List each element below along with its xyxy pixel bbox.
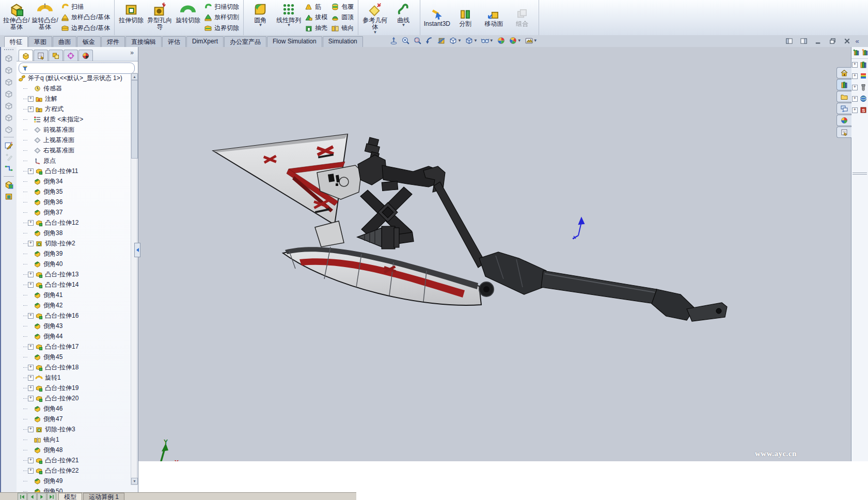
command-tab[interactable]: Simulation [323, 36, 363, 48]
dropdown-caret-icon[interactable]: ▼ [474, 39, 478, 42]
tree-item[interactable]: 前视基准面 [17, 124, 130, 135]
taskpane-splitter[interactable] [853, 173, 867, 175]
expand-toggle[interactable]: + [28, 168, 34, 174]
ribbon-button-linear-pattern[interactable]: 线性阵列▼ [275, 1, 303, 35]
dropdown-caret-icon[interactable]: ▼ [457, 39, 462, 42]
edit-sketch-button[interactable] [3, 139, 15, 151]
expand-toggle[interactable]: + [28, 344, 34, 350]
ribbon-button-draft[interactable]: 拔模 [305, 13, 327, 22]
command-tab[interactable]: 曲面 [53, 36, 76, 48]
tree-item[interactable]: 倒角37 [17, 207, 130, 217]
dock-right-button[interactable] [798, 37, 809, 45]
command-tab[interactable]: DimXpert [186, 36, 224, 48]
tree-item[interactable]: +凸台-拉伸13 [17, 269, 130, 279]
tree-item[interactable]: 材质 <未指定> [17, 114, 130, 124]
fm-property-tab[interactable] [34, 50, 48, 61]
ribbon-button-instant3d[interactable]: Instant3D [423, 1, 451, 35]
ribbon-button-extrude-cut[interactable]: 拉伸切除 [117, 1, 145, 35]
tp-design-library-tab[interactable] [837, 79, 851, 90]
command-tab[interactable]: 特征 [4, 36, 28, 48]
dropdown-caret-icon[interactable]: ▼ [401, 24, 405, 26]
ribbon-button-hole-wizard[interactable]: 异型孔向导 [146, 1, 173, 35]
expand-toggle[interactable]: + [852, 62, 858, 68]
expand-toggle[interactable]: + [852, 73, 858, 79]
taskpane-tree-item[interactable]: +S [851, 104, 868, 116]
expand-toggle[interactable]: + [28, 427, 34, 432]
ribbon-button-reference-geometry[interactable]: 参考几何体▼ [361, 1, 389, 35]
ribbon-button-rib[interactable]: 筋 [305, 3, 327, 11]
ribbon-button-boundary-boss[interactable]: 边界凸台/基体 [61, 24, 110, 33]
ribbon-button-split[interactable]: 分割 [451, 1, 479, 35]
dropdown-caret-icon[interactable]: ▼ [490, 39, 494, 42]
ribbon-button-shell[interactable]: 抽壳 [305, 24, 327, 33]
tree-item[interactable]: +凸台-拉伸21 [17, 455, 130, 465]
nav-last-button[interactable] [47, 493, 56, 500]
ribbon-button-move-face[interactable]: 移动面 [480, 1, 508, 35]
tree-item[interactable]: +Σ方程式 [17, 104, 130, 114]
tree-item[interactable]: +凸台-拉伸22 [17, 465, 130, 476]
tree-item[interactable]: 倒角48 [17, 445, 130, 455]
view-cube-button[interactable] [3, 112, 15, 123]
zoom-fit-button[interactable] [400, 36, 411, 45]
fm-config-tab[interactable] [49, 50, 63, 61]
tree-item[interactable]: +切除-拉伸3 [17, 424, 130, 434]
orientation-pin-button[interactable] [388, 36, 399, 45]
section-view-button[interactable] [436, 36, 447, 45]
tree-item[interactable]: 倒角50 [17, 486, 130, 492]
tree-item[interactable]: 传感器 [17, 83, 130, 93]
tree-item[interactable]: 倒角38 [17, 228, 130, 238]
taskpane-tree-item[interactable]: + [851, 82, 868, 93]
boss-extrude-color-button[interactable] [3, 178, 15, 190]
command-tab[interactable]: 办公室产品 [224, 36, 266, 48]
expand-toggle[interactable]: + [28, 313, 34, 319]
study-tab[interactable]: 模型 [58, 493, 82, 500]
tree-item[interactable]: 倒角49 [17, 476, 130, 486]
view-cube-button[interactable] [3, 76, 15, 88]
ribbon-button-mirror[interactable]: 镜向 [331, 24, 354, 33]
tree-item[interactable]: 倒角34 [17, 176, 130, 186]
tp-file-explorer-tab[interactable] [837, 91, 851, 102]
nav-first-button[interactable] [18, 493, 27, 500]
cut-extrude-color-button[interactable] [3, 190, 15, 202]
taskpane-collapse-button[interactable]: « [852, 37, 862, 46]
panel-splitter-handle[interactable] [134, 243, 140, 257]
tree-item[interactable]: +凸台-拉伸12 [17, 217, 130, 228]
dropdown-caret-icon[interactable]: ▼ [517, 39, 522, 42]
previous-view-button[interactable] [424, 36, 435, 45]
command-tab[interactable]: 评估 [162, 36, 186, 48]
tree-item[interactable]: 原点 [17, 155, 130, 166]
nav-next-button[interactable] [37, 493, 46, 500]
ribbon-button-revolve-boss[interactable]: 旋转凸台/基体 [31, 1, 59, 35]
dropdown-caret-icon[interactable]: ▼ [533, 39, 538, 42]
fm-feature-tab[interactable] [19, 50, 33, 61]
axe-model[interactable] [138, 47, 851, 461]
tree-item[interactable]: +切除-拉伸2 [17, 238, 130, 248]
ribbon-button-loft-cut[interactable]: 放样切割 [204, 13, 239, 22]
study-tab[interactable]: 运动算例 1 [83, 493, 124, 500]
tree-item[interactable]: +凸台-拉伸18 [17, 362, 130, 372]
nav-prev-button[interactable] [27, 493, 37, 500]
viewport[interactable]: Y X www.ayc.cn [138, 47, 851, 461]
hide-show-button[interactable]: ▼ [480, 36, 495, 45]
ribbon-button-extrude-boss[interactable]: 拉伸凸台/基体 [3, 1, 30, 35]
ribbon-button-boundary-cut[interactable]: 边界切除 [204, 24, 239, 33]
expand-toggle[interactable]: + [852, 96, 858, 102]
sketch-point-glyph[interactable] [568, 216, 591, 241]
tp-custom-props-tab[interactable] [837, 127, 851, 138]
tp-appearances-tab[interactable] [837, 115, 851, 126]
view-cube-button[interactable] [3, 52, 15, 64]
ribbon-button-sweep[interactable]: 扫描 [61, 3, 110, 11]
scroll-thumb[interactable] [131, 80, 138, 159]
route-line-button[interactable] [3, 163, 15, 175]
fm-dimxpert-tab[interactable] [64, 50, 78, 61]
tree-root-item[interactable]: 斧子q (默认<<默认>_显示状态 1>) [17, 73, 130, 83]
command-tab[interactable]: 钣金 [77, 36, 101, 48]
command-tab[interactable]: 直接编辑 [125, 36, 162, 48]
ribbon-button-loft-boss[interactable]: 放样凸台/基体 [61, 13, 110, 22]
dropdown-caret-icon[interactable]: ▼ [373, 31, 377, 34]
tree-item[interactable]: 倒角42 [17, 300, 130, 310]
tree-item[interactable]: 倒角41 [17, 290, 130, 300]
view-cube-button[interactable] [3, 100, 15, 112]
tree-item[interactable]: +凸台-拉伸19 [17, 383, 130, 393]
edit-appearance-button[interactable] [496, 36, 507, 45]
